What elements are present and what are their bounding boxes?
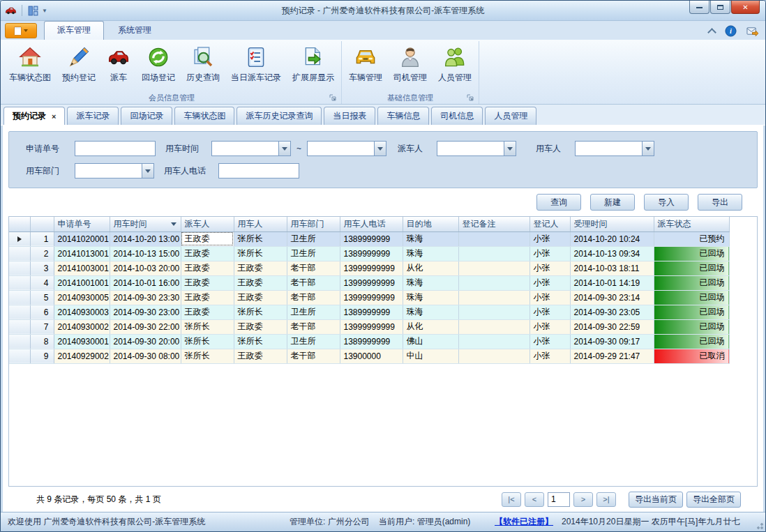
doc-tab-派车记录[interactable]: 派车记录 [67,107,119,125]
cell-用车部门[interactable]: 老干部 [287,261,340,275]
cell-用车部门[interactable]: 卫生所 [287,231,340,246]
doc-tab-司机信息[interactable]: 司机信息 [431,107,483,125]
column-header-用车人[interactable]: 用车人 [234,217,287,231]
row-indicator-cell[interactable] [9,231,30,246]
cell-用车人[interactable]: 张所长 [234,231,287,246]
ribbon-button-预约登记[interactable]: 预约登记 [57,42,100,91]
dispatch-status-cell[interactable]: 已回场 [654,290,729,305]
use-time-to-input[interactable] [307,141,374,156]
cell-登记备注[interactable] [458,334,530,349]
column-header-用车时间[interactable]: 用车时间 [110,217,181,231]
row-number-cell[interactable]: 6 [30,305,54,319]
dispatch-status-cell[interactable]: 已回场 [654,246,729,261]
cell-登记人[interactable]: 小张 [530,275,570,290]
cell-用车部门[interactable]: 老干部 [287,290,340,305]
next-page-button[interactable]: > [573,492,593,507]
cell-派车人[interactable]: 王政委 [181,275,234,290]
cell-目的地[interactable]: 中山 [403,349,458,363]
cell-目的地[interactable]: 珠海 [403,246,458,261]
cell-用车人[interactable]: 王政委 [234,290,287,305]
dispatcher-dropdown-icon[interactable] [504,141,516,156]
info-icon[interactable]: i [725,25,737,37]
cell-用车部门[interactable]: 卫生所 [287,305,340,319]
ribbon-tab-派车管理[interactable]: 派车管理 [44,21,104,40]
cell-受理时间[interactable]: 2014-10-03 18:11 [570,261,654,275]
doc-tab-派车历史记录查询[interactable]: 派车历史记录查询 [236,107,322,125]
new-button[interactable]: 新建 [590,194,635,211]
cell-申请单号[interactable]: 20140930001 [54,334,110,349]
row-number-cell[interactable]: 1 [30,231,54,246]
cell-目的地[interactable]: 从化 [403,319,458,334]
cell-用车人[interactable]: 王政委 [234,349,287,363]
use-time-from-dropdown-icon[interactable] [278,141,291,156]
ribbon-button-历史查询[interactable]: 历史查询 [181,42,225,91]
ribbon-button-人员管理[interactable]: 人员管理 [433,42,476,91]
column-header-目的地[interactable]: 目的地 [403,217,458,231]
column-header-申请单号[interactable]: 申请单号 [54,217,110,231]
row-number-cell[interactable]: 2 [30,246,54,261]
row-number-cell[interactable]: 5 [30,290,54,305]
cell-用车人电话[interactable]: 1389999999 [340,231,403,246]
cell-用车人电话[interactable]: 1389999999 [340,334,403,349]
phone-input[interactable] [218,163,299,178]
cell-用车部门[interactable]: 老干部 [287,275,340,290]
cell-用车部门[interactable]: 老干部 [287,349,340,363]
department-input[interactable] [75,163,142,178]
dispatch-status-cell[interactable]: 已回场 [654,305,729,319]
dispatch-status-cell[interactable]: 已回场 [654,275,729,290]
export-all-pages-button[interactable]: 导出全部页 [686,492,741,508]
doc-tab-预约记录[interactable]: 预约记录× [3,107,65,125]
export-current-page-button[interactable]: 导出当前页 [629,492,683,508]
cell-用车时间[interactable]: 2014-09-30 23:00 [110,305,181,319]
cell-用车时间[interactable]: 2014-10-01 16:00 [110,275,181,290]
cell-登记人[interactable]: 小张 [530,261,570,275]
cell-用车人电话[interactable]: 1389999999 [340,305,403,319]
cell-登记人[interactable]: 小张 [530,231,570,246]
qat-dropdown-icon[interactable]: ▼ [42,8,47,14]
last-page-button[interactable]: >| [596,492,616,507]
page-number-input[interactable] [548,492,570,507]
cell-受理时间[interactable]: 2014-10-13 09:34 [570,246,654,261]
doc-tab-车辆状态图[interactable]: 车辆状态图 [174,107,234,125]
cell-登记备注[interactable] [458,231,530,246]
import-button[interactable]: 导入 [644,194,689,211]
cell-申请单号[interactable]: 20140930005 [54,290,110,305]
cell-用车部门[interactable]: 卫生所 [287,246,340,261]
cell-用车人[interactable]: 王政委 [234,275,287,290]
row-number-cell[interactable]: 8 [30,334,54,349]
row-indicator-cell[interactable] [9,319,30,334]
cell-登记备注[interactable] [458,319,530,334]
cell-目的地[interactable]: 珠海 [403,275,458,290]
cell-用车人电话[interactable]: 13999999999 [340,319,403,334]
cell-目的地[interactable]: 珠海 [403,290,458,305]
cell-用车时间[interactable]: 2014-09-30 23:30 [110,290,181,305]
layout-icon[interactable] [27,5,39,17]
cell-派车人[interactable]: 张所长 [181,349,234,363]
user-dropdown-icon[interactable] [642,141,654,156]
cell-登记人[interactable]: 小张 [530,290,570,305]
query-button[interactable]: 查询 [536,194,581,211]
cell-用车时间[interactable]: 2014-09-30 22:00 [110,319,181,334]
department-dropdown-icon[interactable] [142,163,154,178]
column-header-用车人电话[interactable]: 用车人电话 [340,217,403,231]
cell-登记人[interactable]: 小张 [530,349,570,363]
cell-派车人[interactable]: 张所长 [181,319,234,334]
license-link[interactable]: 【软件已注册】 [495,516,553,528]
cell-申请单号[interactable]: 20140930002 [54,319,110,334]
dialog-launcher-icon[interactable] [467,94,474,102]
prev-page-button[interactable]: < [525,492,544,507]
column-header-登记人[interactable]: 登记人 [530,217,570,231]
cell-登记人[interactable]: 小张 [530,334,570,349]
ribbon-button-车辆状态图[interactable]: 车辆状态图 [4,42,56,91]
cell-申请单号[interactable]: 20141001001 [54,275,110,290]
user-input[interactable] [575,141,642,156]
cell-派车人[interactable]: 王政委 [181,246,234,261]
close-button[interactable]: ✕ [731,1,760,14]
dispatcher-input[interactable] [437,141,504,156]
ribbon-button-司机管理[interactable]: 司机管理 [389,42,432,91]
cell-受理时间[interactable]: 2014-09-30 09:17 [570,334,654,349]
cell-登记备注[interactable] [458,290,530,305]
use-time-from-input[interactable] [211,141,278,156]
dispatch-status-cell[interactable]: 已回场 [654,334,729,349]
cell-目的地[interactable]: 珠海 [403,231,458,246]
